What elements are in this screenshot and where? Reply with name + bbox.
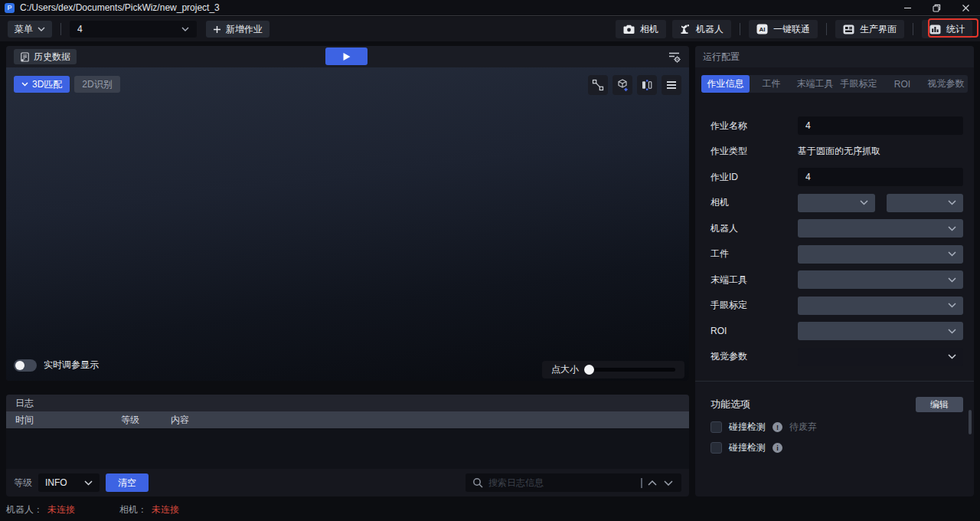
log-search-input[interactable] bbox=[488, 477, 635, 488]
deprecated-note: 待废弃 bbox=[789, 421, 817, 434]
status-bar: 机器人： 未连接 相机： 未连接 bbox=[0, 498, 980, 521]
robot-button-label: 机器人 bbox=[696, 23, 724, 36]
toggle-knob bbox=[15, 361, 24, 370]
collision-detect-checkbox-1[interactable] bbox=[710, 421, 722, 433]
robot-status-label: 机器人： bbox=[6, 503, 43, 516]
log-table-body bbox=[6, 428, 689, 469]
maximize-button[interactable] bbox=[922, 0, 951, 15]
vision-params-field-label: 视觉参数 bbox=[710, 350, 798, 363]
job-select-value: 4 bbox=[77, 24, 181, 34]
point-size-label: 点大小 bbox=[551, 363, 579, 376]
vision-params-dropdown[interactable] bbox=[798, 348, 963, 366]
search-next-icon[interactable] bbox=[664, 480, 673, 486]
add-model-button[interactable] bbox=[612, 75, 632, 95]
camera-button[interactable]: 相机 bbox=[616, 20, 666, 38]
toolbar-separator bbox=[826, 23, 827, 35]
job-select-dropdown[interactable]: 4 bbox=[70, 21, 197, 38]
menu-button[interactable]: 菜单 bbox=[8, 21, 52, 38]
tab-hand-eye[interactable]: 手眼标定 bbox=[837, 77, 880, 90]
camera-dropdown-1[interactable] bbox=[798, 194, 875, 212]
end-tool-dropdown[interactable] bbox=[798, 270, 963, 289]
realtime-display-toggle[interactable] bbox=[14, 359, 37, 372]
tab-3d-match[interactable]: 3D匹配 bbox=[14, 76, 70, 93]
log-panel: 日志 时间 等级 内容 等级 INFO 清空 bbox=[6, 395, 689, 496]
tab-2d-recognition[interactable]: 2D识别 bbox=[74, 76, 119, 93]
job-name-label: 作业名称 bbox=[710, 120, 798, 133]
robot-arm-icon bbox=[680, 24, 691, 34]
point-size-slider[interactable] bbox=[586, 368, 675, 372]
play-icon bbox=[342, 52, 351, 61]
production-ui-icon bbox=[843, 25, 854, 34]
tab-end-tool[interactable]: 末端工具 bbox=[793, 77, 837, 90]
collision-detect-label-1: 碰撞检测 bbox=[729, 421, 766, 434]
production-ui-button[interactable]: 生产界面 bbox=[835, 20, 904, 38]
job-id-input[interactable] bbox=[798, 168, 963, 186]
camera-field-label: 相机 bbox=[710, 196, 798, 209]
add-job-button[interactable]: 新增作业 bbox=[206, 21, 270, 38]
chevron-down-icon bbox=[948, 277, 956, 283]
production-ui-label: 生产界面 bbox=[860, 23, 897, 36]
slider-knob[interactable] bbox=[584, 365, 594, 375]
camera-icon bbox=[623, 25, 635, 34]
compare-view-button[interactable] bbox=[637, 75, 657, 95]
measure-tool-button[interactable] bbox=[588, 75, 608, 95]
statistics-button[interactable]: 统计 bbox=[922, 20, 972, 38]
chevron-down-icon bbox=[181, 27, 189, 31]
job-name-input[interactable] bbox=[798, 116, 963, 135]
camera-button-label: 相机 bbox=[640, 23, 658, 36]
menu-label: 菜单 bbox=[15, 23, 33, 36]
history-data-button[interactable]: 历史数据 bbox=[14, 49, 77, 64]
chevron-down-icon bbox=[21, 82, 28, 87]
toolbar-separator bbox=[913, 23, 913, 35]
search-icon bbox=[472, 477, 483, 488]
chevron-down-icon bbox=[948, 329, 956, 334]
clear-log-label: 清空 bbox=[118, 477, 136, 490]
workpiece-dropdown[interactable] bbox=[798, 245, 963, 264]
add-job-label: 新增作业 bbox=[226, 23, 263, 36]
robot-dropdown[interactable] bbox=[798, 219, 963, 238]
roi-dropdown[interactable] bbox=[798, 322, 963, 340]
edit-options-button[interactable]: 编辑 bbox=[916, 397, 963, 412]
search-prev-icon[interactable] bbox=[648, 480, 657, 486]
job-type-value: 基于圆面的无序抓取 bbox=[798, 145, 880, 158]
edit-options-label: 编辑 bbox=[930, 398, 949, 411]
tab-vision-params[interactable]: 视觉参数 bbox=[924, 77, 968, 90]
camera-status-label: 相机： bbox=[119, 503, 147, 516]
3d-viewport[interactable]: 3D匹配 2D识别 实时调参显示 bbox=[6, 67, 689, 381]
mirror-view-icon bbox=[641, 79, 653, 91]
tab-workpiece[interactable]: 工件 bbox=[750, 77, 793, 90]
clear-log-button[interactable]: 清空 bbox=[106, 473, 149, 492]
log-level-dropdown[interactable]: INFO bbox=[38, 473, 100, 492]
measure-icon bbox=[592, 79, 604, 91]
tab-roi[interactable]: ROI bbox=[880, 79, 924, 90]
log-level-label: 等级 bbox=[14, 477, 32, 490]
chevron-down-icon bbox=[860, 200, 868, 205]
robot-field-label: 机器人 bbox=[710, 222, 798, 235]
list-settings-icon bbox=[666, 51, 681, 63]
tab-job-info[interactable]: 作业信息 bbox=[701, 75, 750, 93]
run-settings-button[interactable] bbox=[666, 51, 681, 63]
svg-text:AI: AI bbox=[760, 26, 766, 33]
tab-2d-recognition-label: 2D识别 bbox=[82, 78, 112, 91]
camera-dropdown-2[interactable] bbox=[887, 194, 964, 212]
section-divider bbox=[695, 381, 974, 382]
history-data-label: 历史数据 bbox=[34, 51, 70, 64]
robot-button[interactable]: 机器人 bbox=[672, 20, 731, 38]
toolbar-separator bbox=[740, 23, 740, 35]
log-col-time: 时间 bbox=[6, 414, 121, 427]
one-key-connect-button[interactable]: AI 一键联通 bbox=[749, 20, 818, 38]
window-title: C:/Users/dex/Documents/PickWiz/new_proje… bbox=[20, 2, 220, 13]
minimize-button[interactable] bbox=[893, 0, 922, 15]
bar-chart-icon bbox=[929, 25, 941, 34]
play-button[interactable] bbox=[325, 48, 368, 65]
close-button[interactable] bbox=[951, 0, 980, 15]
chevron-down-icon bbox=[948, 354, 956, 359]
config-tab-bar: 作业信息 工件 末端工具 手眼标定 ROI 视觉参数 bbox=[701, 75, 968, 93]
camera-status-value: 未连接 bbox=[152, 503, 179, 516]
hand-eye-dropdown[interactable] bbox=[798, 297, 963, 315]
viewport-menu-button[interactable] bbox=[662, 75, 681, 95]
log-table-header: 时间 等级 内容 bbox=[6, 411, 689, 428]
main-toolbar: 菜单 4 新增作业 相机 机器人 AI 一键联通 生产界面 统 bbox=[0, 17, 980, 41]
config-scrollbar-thumb[interactable] bbox=[969, 410, 972, 434]
collision-detect-checkbox-2[interactable] bbox=[710, 442, 722, 454]
